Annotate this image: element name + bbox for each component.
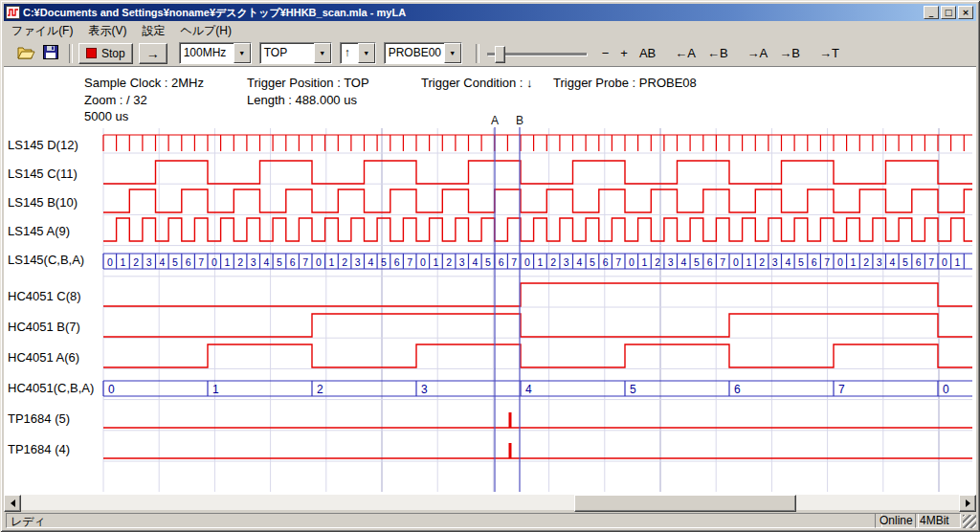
floppy-disk-icon [43, 45, 58, 59]
arrow-right-icon [966, 499, 974, 507]
channel-label: HC4051 B(7) [8, 320, 80, 334]
run-button[interactable]: → [139, 43, 167, 64]
chevron-down-icon[interactable]: ▼ [314, 43, 331, 63]
goto-b-left-button[interactable]: ←B [703, 44, 732, 62]
channel-label: TP1684 (5) [8, 411, 70, 426]
trigger-probe-info: Trigger Probe : PROBE08 [553, 76, 697, 90]
app-icon [6, 6, 20, 19]
status-ready: レディ [6, 513, 882, 528]
channel-label: LS145 B(10) [8, 195, 78, 210]
ab-button[interactable]: AB [635, 44, 659, 62]
goto-trigger-button[interactable]: →T [815, 44, 843, 62]
goto-b-right-button[interactable]: →B [775, 44, 804, 62]
channel-label: HC4051 A(6) [8, 350, 79, 365]
menu-help[interactable]: ヘルプ(H) [172, 21, 239, 41]
zoom-slider[interactable] [485, 43, 589, 64]
sample-clock-select[interactable]: 100MHz ▼ [179, 42, 252, 64]
status-memory: 4MBit [915, 513, 961, 528]
stop-label: Stop [101, 47, 125, 60]
minimize-button[interactable]: _ [924, 6, 939, 19]
trigger-position-select[interactable]: TOP ▼ [259, 42, 332, 64]
toolbar-separator [476, 44, 479, 63]
open-button[interactable] [13, 43, 36, 64]
trigger-edge-select[interactable]: ↑ ▼ [340, 42, 376, 64]
stop-button[interactable]: Stop [78, 43, 133, 64]
timescale-label: 5000 us [84, 109, 128, 123]
channel-label: LS145(C,B,A) [8, 253, 84, 267]
horizontal-scrollbar[interactable] [4, 495, 976, 510]
goto-a-right-button[interactable]: →A [744, 44, 772, 62]
zoom-info: Zoom : / 32 [84, 93, 147, 107]
titlebar[interactable]: C:¥Documents and Settings¥noname¥デスクトップ¥… [4, 4, 976, 21]
status-online: Online [875, 513, 919, 528]
zoom-in-button[interactable]: + [616, 44, 632, 62]
resize-grip[interactable] [963, 515, 976, 528]
window-title: C:¥Documents and Settings¥noname¥デスクトップ¥… [23, 6, 924, 20]
chevron-down-icon[interactable]: ▼ [358, 43, 375, 63]
slider-thumb[interactable] [495, 46, 505, 63]
trigger-condition-info: Trigger Condition : ↓ [421, 76, 533, 90]
arrow-left-icon [7, 499, 15, 507]
menu-view[interactable]: 表示(V) [80, 21, 134, 41]
scroll-right-button[interactable] [959, 495, 976, 512]
goto-a-left-button[interactable]: ←A [671, 44, 700, 62]
channel-label: HC4051(C,B,A) [8, 381, 94, 395]
channel-label: LS145 A(9) [8, 224, 70, 238]
stop-icon [86, 48, 97, 58]
channel-label: LS145 C(11) [8, 166, 78, 181]
statusbar: レディ Online 4MBit [4, 512, 976, 528]
close-button[interactable]: × [958, 6, 973, 19]
open-folder-icon [17, 45, 35, 59]
toolbar: Stop → 100MHz ▼ TOP ▼ ↑ ▼ PROBE00 ▼ − + … [4, 40, 976, 67]
waveform-panel[interactable]: Sample Clock : 2MHz Trigger Position : T… [4, 67, 976, 495]
app-window: C:¥Documents and Settings¥noname¥デスクトップ¥… [0, 0, 980, 532]
menubar: ファイル(F) 表示(V) 設定 ヘルプ(H) [4, 22, 976, 39]
menu-file[interactable]: ファイル(F) [4, 21, 80, 41]
channel-label: TP1684 (4) [8, 442, 70, 456]
length-info: Length : 488.000 us [247, 93, 357, 107]
trigger-position-info: Trigger Position : TOP [247, 76, 369, 90]
channel-label: LS145 D(12) [8, 138, 78, 152]
run-arrow-icon: → [146, 46, 160, 61]
sample-clock-info: Sample Clock : 2MHz [84, 76, 204, 90]
scroll-left-button[interactable] [4, 495, 21, 512]
save-button[interactable] [38, 43, 61, 64]
zoom-out-button[interactable]: − [598, 44, 613, 62]
scrollbar-thumb[interactable] [574, 495, 796, 512]
toolbar-separator [69, 44, 73, 63]
channel-label: HC4051 C(8) [8, 289, 81, 303]
maximize-button[interactable]: □ [941, 6, 956, 19]
chevron-down-icon[interactable]: ▼ [444, 43, 461, 63]
chevron-down-icon[interactable]: ▼ [234, 43, 251, 63]
menu-settings[interactable]: 設定 [134, 21, 172, 41]
trigger-probe-select[interactable]: PROBE00 ▼ [384, 42, 462, 64]
